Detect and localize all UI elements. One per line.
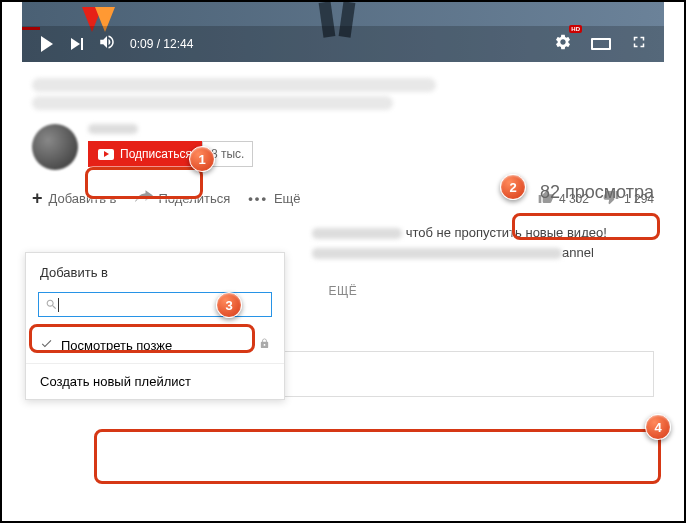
- next-icon: [71, 38, 83, 50]
- callout-badge-1: 1: [189, 146, 215, 172]
- share-button[interactable]: Поделиться: [135, 190, 231, 207]
- view-count: 82 просмотра: [540, 182, 654, 203]
- subscribe-label: Подписаться: [120, 147, 192, 161]
- watch-later-label: Посмотреть позже: [61, 338, 172, 353]
- more-label: Ещё: [274, 191, 301, 206]
- channel-avatar[interactable]: [32, 124, 78, 170]
- dropdown-title: Добавить в: [26, 253, 284, 288]
- more-button[interactable]: ••• Ещё: [248, 191, 300, 206]
- cinema-icon: [591, 38, 611, 50]
- share-icon: [135, 190, 153, 207]
- next-button[interactable]: [62, 29, 92, 59]
- add-to-button[interactable]: + Добавить в: [32, 188, 117, 209]
- add-to-label: Добавить в: [49, 191, 117, 206]
- callout-badge-3: 3: [216, 292, 242, 318]
- dots-icon: •••: [248, 191, 268, 206]
- create-playlist-item[interactable]: Создать новый плейлист: [26, 364, 284, 399]
- fullscreen-icon: [630, 33, 648, 55]
- volume-icon: [98, 33, 116, 55]
- youtube-icon: [98, 149, 114, 160]
- share-label: Поделиться: [159, 191, 231, 206]
- channel-row: Подписаться 8 тыс.: [32, 124, 654, 170]
- add-to-dropdown: Добавить в Посмотреть позже Создать новы…: [25, 252, 285, 400]
- play-icon: [41, 36, 53, 52]
- channel-name[interactable]: [88, 124, 138, 134]
- lock-icon: [259, 337, 270, 353]
- video-title: [32, 78, 654, 114]
- fullscreen-button[interactable]: [624, 29, 654, 59]
- search-icon: [45, 298, 58, 311]
- video-player[interactable]: 0:09 / 12:44 HD: [22, 2, 664, 62]
- watch-later-item[interactable]: Посмотреть позже: [26, 327, 284, 363]
- play-button[interactable]: [32, 29, 62, 59]
- settings-button[interactable]: HD: [548, 29, 578, 59]
- check-icon: [40, 337, 53, 353]
- gear-icon: [554, 33, 572, 55]
- callout-highlight-4: [94, 429, 661, 484]
- callout-badge-2: 2: [500, 174, 526, 200]
- player-controls: 0:09 / 12:44 HD: [22, 26, 664, 62]
- plus-icon: +: [32, 188, 43, 209]
- subscribe-button[interactable]: Подписаться: [88, 141, 202, 167]
- callout-badge-4: 4: [645, 414, 671, 440]
- video-description: чтоб не пропустить новые видео! annel: [312, 223, 654, 262]
- time-display: 0:09 / 12:44: [130, 37, 193, 51]
- cinema-button[interactable]: [586, 29, 616, 59]
- volume-button[interactable]: [92, 29, 122, 59]
- hd-badge: HD: [569, 25, 582, 33]
